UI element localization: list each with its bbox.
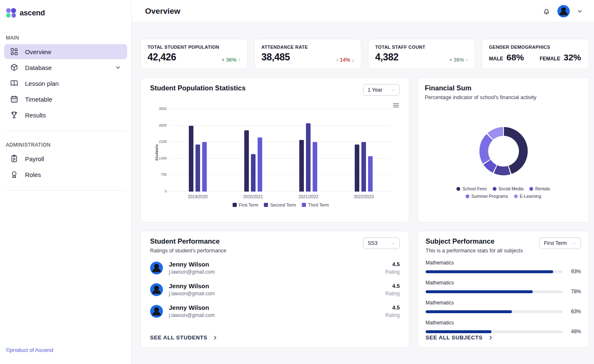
sidebar-footer-text: ©product of Ascend	[0, 340, 131, 364]
subject-row: Mathematics93%	[426, 260, 581, 274]
x-tick-label: 2021/2022	[281, 194, 336, 199]
student-row[interactable]: Jenny Wilsonj.lawson@gmail.com4.5Rating	[150, 279, 400, 300]
sidebar-item-database[interactable]: Database	[4, 60, 127, 75]
student-rating-value: 4.5	[385, 261, 400, 267]
notification-bell-icon[interactable]	[542, 7, 551, 15]
subject-row: Mathematics48%	[426, 320, 581, 334]
student-performance-card: Student Performance Ratings of student's…	[140, 231, 409, 348]
legend-dot	[493, 187, 496, 191]
student-performance-subtitle: Ratings of student's performance	[150, 248, 226, 254]
student-row[interactable]: Jenny Wilsonj.lawson@gmail.com4.5Rating	[150, 300, 400, 322]
subject-percent: 93%	[568, 269, 581, 274]
book-icon	[10, 79, 18, 87]
financial-sum-card: Financial Sum Percentage indicator of sc…	[418, 77, 589, 222]
sidebar-item-payroll[interactable]: Payroll	[4, 151, 127, 166]
subject-percent: 78%	[568, 289, 581, 294]
gender-female-value: 32%	[564, 52, 581, 62]
bar-plot-area: 07001400210028003500	[170, 109, 391, 192]
stat-delta: - 14% ↓	[337, 57, 354, 63]
charts-row: Student Population Statistics 1 Year Stu…	[140, 77, 589, 222]
x-tick-label: 2022/2023	[336, 194, 391, 199]
chart-menu-icon[interactable]	[393, 102, 399, 108]
topbar-actions	[542, 5, 583, 17]
subject-name: Mathematics	[426, 260, 581, 266]
sidebar-item-results[interactable]: Results	[4, 107, 127, 122]
dashboard-content: TOTAL STUDENT POPULATION 42,426 + 36% ↑ …	[132, 22, 594, 364]
stat-label: ATTENDANCE RATE	[261, 45, 354, 50]
sidebar-item-roles[interactable]: Roles	[4, 167, 127, 182]
student-list: Jenny Wilsonj.lawson@gmail.com4.5RatingJ…	[150, 257, 400, 322]
legend-swatch	[302, 203, 306, 207]
legend-label: Rentals	[535, 186, 550, 191]
student-population-statistics-card: Student Population Statistics 1 Year Stu…	[140, 77, 409, 222]
legend-label: Social Media	[499, 186, 524, 191]
sidebar-item-label: Timetable	[25, 96, 121, 103]
sidebar-item-timetable[interactable]: Timetable	[4, 92, 127, 107]
logo: ascend	[0, 0, 131, 24]
donut-legend-item: School Fees	[456, 186, 486, 191]
student-email: j.lawson@gmail.com	[169, 312, 379, 318]
bar-third-term	[368, 156, 373, 192]
subject-name: Mathematics	[426, 320, 581, 326]
y-tick-label: 2800	[159, 123, 167, 127]
student-avatar	[150, 262, 163, 274]
sidebar-item-lesson-plan[interactable]: Lesson plan	[4, 76, 127, 91]
subject-performance-title: Subject Performance	[426, 237, 523, 245]
subject-performance-subtitle: This is a performance stats for all subj…	[426, 248, 523, 254]
chevron-down-icon	[391, 241, 395, 246]
donut-legend-item: Summer Programs	[466, 194, 508, 199]
student-row[interactable]: Jenny Wilsonj.lawson@gmail.com4.5Rating	[150, 257, 400, 279]
bar-second-term	[361, 142, 366, 192]
legend-item: First Term	[233, 202, 258, 207]
sidebar-item-label: Roles	[25, 171, 121, 178]
x-axis-labels: 2019/20202020/20212021/20222022/2023	[170, 194, 391, 199]
legend-label: First Term	[239, 202, 258, 207]
chevron-right-icon	[488, 335, 494, 341]
stat-label: GENDER DEMOGRAPHICS	[489, 45, 582, 50]
subject-name: Mathematics	[426, 300, 581, 306]
x-tick-label: 2019/2020	[170, 194, 226, 199]
sidebar-item-label: Overview	[25, 48, 121, 55]
x-tick-label: 2020/2021	[226, 194, 281, 199]
stat-delta: + 36% ↑	[449, 57, 468, 63]
progress-track	[426, 310, 563, 313]
top-bar: Overview	[132, 0, 594, 22]
y-tick-label: 700	[161, 172, 167, 177]
subject-name: Mathematics	[426, 280, 581, 286]
bottom-row: Student Performance Ratings of student's…	[140, 231, 589, 348]
bar-group-2020/2021	[226, 109, 281, 192]
brand-name: ascend	[20, 9, 45, 17]
student-avatar	[150, 283, 163, 296]
financial-subtitle: Percentage indicator of school's financi…	[425, 95, 536, 100]
legend-label: Third Term	[308, 202, 329, 207]
stat-card-attendance-rate: ATTENDANCE RATE 38,485 - 14% ↓	[254, 39, 361, 69]
see-all-students-label: SEE ALL STUDENTS	[150, 334, 207, 341]
subject-percent: 63%	[568, 309, 581, 314]
legend-item: Second Term	[264, 202, 296, 207]
calendar-icon	[10, 95, 18, 103]
class-select[interactable]: SS3	[363, 237, 400, 249]
bar-first-term	[244, 130, 249, 192]
stat-card-staff-count: TOTAL STAFF COUNT 4,382 + 36% ↑	[368, 39, 475, 69]
gender-male-label: MALE	[489, 56, 503, 62]
bar-groups	[170, 109, 391, 192]
bar-group-2019/2020	[170, 109, 226, 192]
legend-dot	[529, 187, 533, 191]
see-all-students-link[interactable]: SEE ALL STUDENTS	[150, 334, 400, 342]
bar-third-term	[202, 142, 207, 192]
see-all-subjects-link[interactable]: SEE ALL SUBJECTS	[426, 334, 581, 342]
term-select[interactable]: First Term	[539, 237, 581, 249]
class-select-value: SS3	[368, 240, 378, 246]
stat-value: 42,426	[148, 52, 176, 63]
bar-group-2022/2023	[336, 109, 391, 192]
profile-chevron-down-icon[interactable]	[576, 8, 583, 15]
stat-label: TOTAL STUDENT POPULATION	[148, 45, 241, 50]
gender-female: FEMALE 32%	[540, 52, 581, 62]
user-avatar[interactable]	[557, 5, 570, 17]
range-select[interactable]: 1 Year	[363, 84, 400, 96]
grid-icon	[10, 47, 18, 56]
bar-second-term	[251, 154, 256, 192]
stat-card-gender-demographics: GENDER DEMOGRAPHICS MALE 68% FEMALE 32%	[482, 39, 589, 69]
gender-male: MALE 68%	[489, 52, 524, 62]
sidebar-item-overview[interactable]: Overview	[4, 44, 127, 59]
